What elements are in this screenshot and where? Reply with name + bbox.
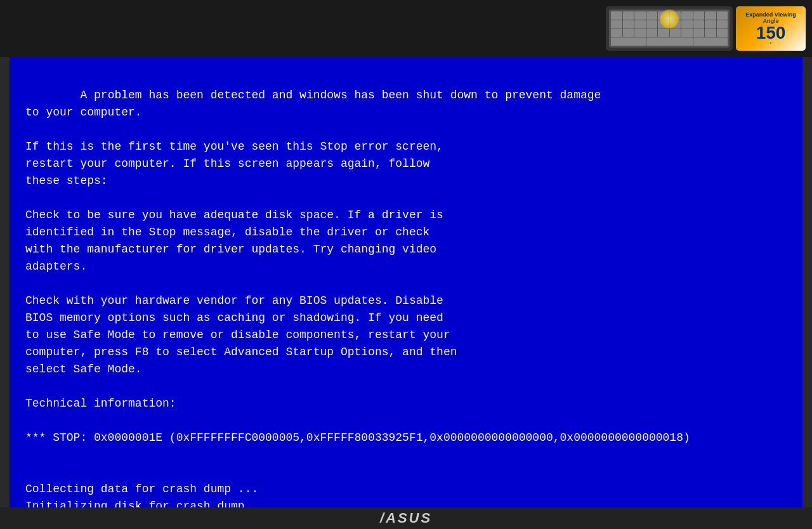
bsod-line-5: restart your computer. If this screen ap…: [25, 157, 429, 170]
bsod-line-14: BIOS memory options such as caching or s…: [25, 311, 443, 324]
screen: A problem has been detected and windows …: [10, 57, 802, 507]
bsod-line-10: with the manufacturer for driver updates…: [25, 243, 436, 256]
badge-text: Expanded Viewing Angle: [738, 11, 804, 24]
keyboard-widget: [606, 6, 733, 51]
bsod-line-17: select Safe Mode.: [25, 363, 142, 376]
bsod-line-21: *** STOP: 0x0000001E (0xFFFFFFFFC0000005…: [25, 431, 690, 444]
bsod-line-19: Technical information:: [25, 397, 176, 410]
laptop-body: Expanded Viewing Angle 150 ° A problem h…: [0, 0, 812, 529]
bsod-line-9: identified in the Stop message, disable …: [25, 226, 429, 238]
bsod-line-2: to your computer.: [25, 106, 142, 119]
bsod-line-25: Initializing disk for crash dump ...: [25, 500, 272, 507]
bsod-line-16: computer, press F8 to select Advanced St…: [25, 346, 457, 358]
bsod-line-13: Check with your hardware vendor for any …: [25, 294, 443, 307]
bsod-line-4: If this is the first time you've seen th…: [25, 140, 443, 153]
bsod-line-15: to use Safe Mode to remove or disable co…: [25, 329, 450, 341]
bsod-line-8: Check to be sure you have adequate disk …: [25, 209, 443, 221]
brand-logo: /ASUS: [380, 510, 432, 526]
top-bar: Expanded Viewing Angle 150 °: [0, 0, 812, 57]
badge-number: 150: [756, 24, 786, 42]
bsod-line-1: A problem has been detected and windows …: [80, 89, 601, 101]
angle-badge: Expanded Viewing Angle 150 °: [736, 6, 806, 51]
bsod-line-6: these steps:: [25, 174, 108, 187]
bsod-line-24: Collecting data for crash dump ...: [25, 483, 258, 495]
bsod-line-11: adapters.: [25, 260, 87, 273]
top-right-area: Expanded Viewing Angle 150 °: [606, 6, 806, 51]
bsod-text: A problem has been detected and windows …: [25, 70, 787, 507]
bsod-screen: A problem has been detected and windows …: [10, 57, 802, 507]
bottom-bar: /ASUS: [0, 507, 812, 529]
